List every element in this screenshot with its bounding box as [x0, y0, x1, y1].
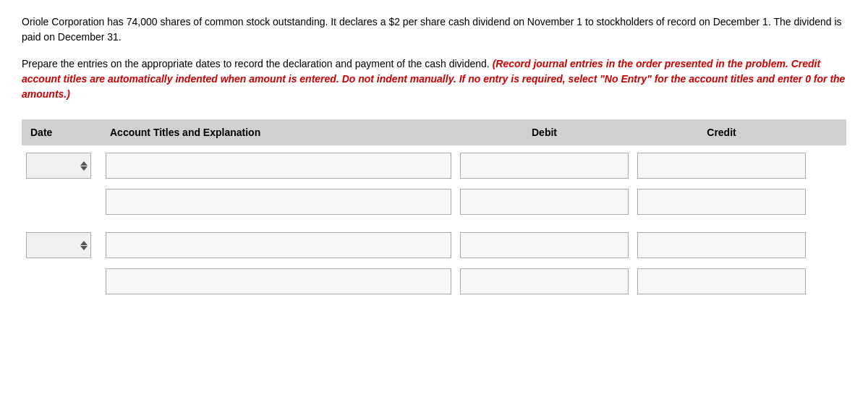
header-credit: Credit — [633, 127, 810, 138]
header-debit: Debit — [456, 127, 633, 138]
spinner-down-icon-1[interactable] — [80, 166, 88, 171]
date-cell-2-1 — [22, 229, 101, 261]
credit-input-1-2[interactable] — [637, 189, 806, 215]
credit-cell-2-2 — [633, 265, 810, 297]
debit-cell-1-1 — [456, 150, 633, 182]
debit-cell-1-2 — [456, 186, 633, 218]
credit-input-2-1[interactable] — [637, 232, 806, 258]
header-date: Date — [22, 127, 101, 138]
account-input-2-2[interactable] — [106, 268, 451, 294]
table-row — [22, 150, 846, 182]
debit-input-1-1[interactable] — [460, 153, 629, 179]
debit-input-1-2[interactable] — [460, 189, 629, 215]
table-row — [22, 229, 846, 261]
instruction-normal: Prepare the entries on the appropriate d… — [22, 58, 493, 69]
credit-input-2-2[interactable] — [637, 268, 806, 294]
table-row — [22, 186, 846, 218]
account-cell-1-2 — [101, 186, 456, 218]
table-header: Date Account Titles and Explanation Debi… — [22, 119, 846, 145]
account-input-2-1[interactable] — [106, 232, 451, 258]
account-cell-2-1 — [101, 229, 456, 261]
date-cell-1 — [22, 150, 101, 182]
account-cell-2-2 — [101, 265, 456, 297]
problem-text-1: Oriole Corporation has 74,000 shares of … — [22, 14, 846, 45]
row-spacer — [22, 218, 846, 225]
account-input-1-2[interactable] — [106, 189, 451, 215]
date-cell-2-2 — [22, 265, 101, 297]
spinner-up-icon-2[interactable] — [80, 241, 88, 245]
credit-cell-1-1 — [633, 150, 810, 182]
instruction-text: Prepare the entries on the appropriate d… — [22, 56, 846, 102]
debit-input-2-1[interactable] — [460, 232, 629, 258]
journal-table-container: Date Account Titles and Explanation Debi… — [22, 119, 846, 297]
credit-cell-2-1 — [633, 229, 810, 261]
credit-cell-1-2 — [633, 186, 810, 218]
date-spinner-1[interactable] — [26, 153, 91, 179]
debit-input-2-2[interactable] — [460, 268, 629, 294]
account-input-1-1[interactable] — [106, 153, 451, 179]
spinner-down-icon-2[interactable] — [80, 246, 88, 250]
date-spinner-2-arrows[interactable] — [80, 241, 88, 250]
table-row — [22, 265, 846, 297]
spinner-up-icon-1[interactable] — [80, 161, 88, 166]
credit-input-1-1[interactable] — [637, 153, 806, 179]
date-spinner-1-arrows[interactable] — [80, 161, 88, 171]
header-account: Account Titles and Explanation — [101, 127, 456, 138]
debit-cell-2-1 — [456, 229, 633, 261]
date-spinner-2[interactable] — [26, 232, 91, 258]
debit-cell-2-2 — [456, 265, 633, 297]
problem-container: Oriole Corporation has 74,000 shares of … — [22, 14, 846, 297]
date-cell-1-2 — [22, 186, 101, 218]
account-cell-1-1 — [101, 150, 456, 182]
